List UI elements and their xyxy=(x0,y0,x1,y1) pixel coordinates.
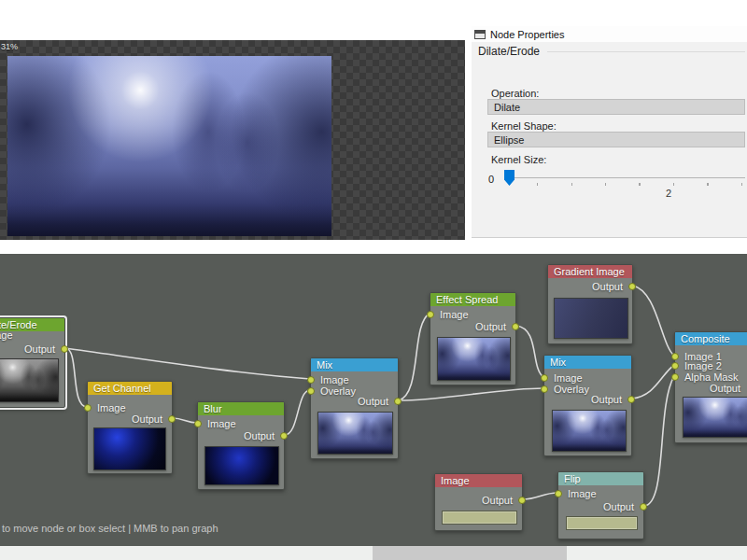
port-flip-output: Output xyxy=(558,501,643,512)
port-flip-image: Image xyxy=(558,488,643,499)
panel-body: Dilate/Erode Operation: Dilate Kernel Sh… xyxy=(472,42,747,238)
panel-title-bar: Node Properties xyxy=(472,26,747,42)
node-effect-spread-thumbnail xyxy=(437,337,511,381)
port-label: Output xyxy=(592,281,623,292)
node-mix-2-title: Mix xyxy=(544,356,631,369)
node-blur-title: Blur xyxy=(198,402,284,415)
socket-getchannel-image[interactable] xyxy=(84,404,92,412)
port-label: Alpha Mask xyxy=(684,371,738,383)
port-label: Output xyxy=(603,501,634,512)
node-gradient-image-title: Gradient Image xyxy=(548,265,632,278)
wire-mix1-to-mix2-overlay xyxy=(399,388,543,400)
node-flip-title: Flip xyxy=(558,472,643,485)
node-composite[interactable]: Composite Image 1 Image 2 Alpha Mask Out… xyxy=(674,331,747,443)
socket-composite-alphamask[interactable] xyxy=(671,373,679,381)
socket-composite-image1[interactable] xyxy=(671,353,679,360)
socket-mix2-overlay[interactable] xyxy=(541,385,548,393)
kernel-shape-label: Kernel Shape: xyxy=(491,120,557,132)
port-label: Output xyxy=(244,430,275,441)
socket-mix1-output[interactable] xyxy=(394,398,402,405)
port-mix2-image: Image xyxy=(544,372,631,384)
node-blur-thumbnail xyxy=(204,446,279,485)
kernel-size-slider-thumb[interactable] xyxy=(504,170,514,186)
port-composite-image2: Image 2 xyxy=(675,360,747,371)
image-preview-viewport[interactable]: 31% xyxy=(0,40,465,240)
panel-title: Node Properties xyxy=(490,29,565,40)
wire-flip-to-composite-alphamask xyxy=(644,376,674,506)
port-label: Output xyxy=(358,396,388,407)
section-header: Dilate/Erode xyxy=(478,45,745,58)
wire-gradient-to-composite-image1 xyxy=(633,286,674,356)
node-get-channel-thumbnail xyxy=(93,427,166,470)
socket-effectspread-image[interactable] xyxy=(427,311,434,318)
port-label: Image xyxy=(97,402,126,413)
socket-mix1-image[interactable] xyxy=(307,376,315,384)
socket-mix2-output[interactable] xyxy=(627,396,635,403)
kernel-size-slider-track[interactable] xyxy=(506,177,745,178)
port-label: Image xyxy=(207,418,236,429)
node-effect-spread[interactable]: Effect Spread Image Output xyxy=(430,292,516,385)
node-dilate-erode[interactable]: Dilate/Erode Image Output xyxy=(0,317,65,408)
port-label: Image xyxy=(554,372,583,384)
port-getchannel-output: Output xyxy=(88,413,172,425)
port-label: Output xyxy=(475,321,506,332)
port-image-output: Output xyxy=(435,495,522,506)
node-properties-panel: Node Properties Dilate/Erode Operation: … xyxy=(472,26,747,238)
port-dilate-image: Image xyxy=(0,329,64,341)
node-get-channel-title: Get Channel xyxy=(88,382,172,395)
kernel-size-label: Kernel Size: xyxy=(491,154,546,165)
wire-effectspread-to-mix2-image xyxy=(516,326,543,377)
node-mix-1[interactable]: Mix Image Overlay Output xyxy=(310,357,399,459)
node-mix-1-thumbnail xyxy=(317,412,393,455)
socket-mix1-overlay[interactable] xyxy=(307,387,315,395)
node-blur[interactable]: Blur Image Output xyxy=(197,401,285,490)
horizontal-scrollbar[interactable] xyxy=(0,546,747,560)
port-label: Output xyxy=(591,394,622,405)
socket-mix2-image[interactable] xyxy=(541,374,548,382)
socket-blur-image[interactable] xyxy=(194,420,202,427)
node-gradient-image-thumbnail xyxy=(554,298,628,339)
node-gradient-image[interactable]: Gradient Image Output xyxy=(547,264,633,344)
socket-image-output[interactable] xyxy=(518,497,526,504)
node-composite-thumbnail xyxy=(683,397,747,438)
wire-mix1-to-effectspread xyxy=(399,314,430,400)
horizontal-scrollbar-thumb[interactable] xyxy=(373,546,567,560)
zoom-level-label: 31% xyxy=(1,42,18,51)
socket-blur-output[interactable] xyxy=(280,432,288,440)
socket-effectspread-output[interactable] xyxy=(512,323,519,330)
socket-dilate-output[interactable] xyxy=(61,345,68,353)
wire-image-to-flip xyxy=(523,493,557,499)
operation-label: Operation: xyxy=(491,88,539,99)
port-mix1-output: Output xyxy=(311,396,398,407)
port-getchannel-image: Image xyxy=(88,402,172,413)
port-label: Image 2 xyxy=(684,360,722,371)
port-blur-image: Image xyxy=(198,418,284,429)
node-dilate-thumbnail xyxy=(0,358,59,402)
slider-tick-marks xyxy=(537,183,747,186)
preview-image xyxy=(7,56,331,236)
wire-dilate-to-getchannel xyxy=(65,348,87,407)
node-effect-spread-title: Effect Spread xyxy=(430,293,515,306)
port-gradient-output: Output xyxy=(548,281,632,292)
panel-icon xyxy=(474,30,486,39)
socket-composite-image2[interactable] xyxy=(671,362,679,370)
port-label: Image xyxy=(568,488,597,499)
node-flip[interactable]: Flip Image Output xyxy=(557,471,644,539)
node-mix-2[interactable]: Mix Image Overlay Output xyxy=(543,355,632,456)
port-mix2-output: Output xyxy=(544,394,631,405)
socket-gradient-output[interactable] xyxy=(628,283,636,290)
node-get-channel[interactable]: Get Channel Image Output xyxy=(87,381,173,474)
port-dilate-output: Output xyxy=(0,343,64,355)
node-graph-canvas[interactable]: Dilate/Erode Image Output Get Channel Im… xyxy=(0,254,747,546)
socket-flip-output[interactable] xyxy=(640,503,647,511)
operation-combo[interactable]: Dilate xyxy=(487,99,745,115)
socket-getchannel-output[interactable] xyxy=(168,415,176,423)
kernel-shape-combo[interactable]: Ellipse xyxy=(487,132,745,147)
node-composite-title: Composite xyxy=(675,332,747,345)
port-label: Output xyxy=(24,343,55,355)
node-image[interactable]: Image Output xyxy=(434,473,523,531)
port-composite-alphamask: Alpha Mask xyxy=(675,371,747,383)
socket-flip-image[interactable] xyxy=(555,490,562,497)
status-bar-hint: to move node or box select | MMB to pan … xyxy=(2,523,218,534)
port-composite-output: Output xyxy=(675,383,747,394)
